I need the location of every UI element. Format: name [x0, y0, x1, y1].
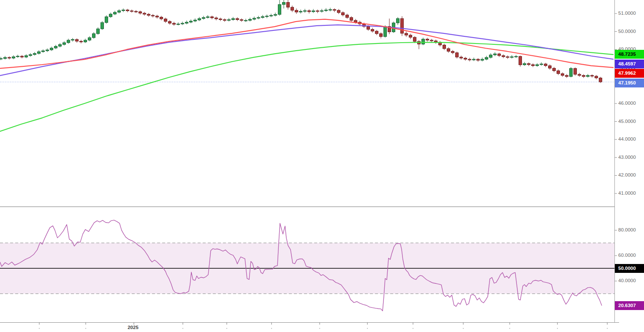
- candle-body: [354, 20, 357, 22]
- candle-body: [198, 19, 201, 20]
- candle-body: [139, 12, 142, 13]
- candle-body: [257, 17, 260, 18]
- oscillator-panel[interactable]: [0, 220, 614, 311]
- candle-body: [84, 40, 87, 42]
- candle-body: [456, 53, 459, 57]
- ma-medium-price-tag: 48.4597: [615, 60, 644, 68]
- candle-body: [33, 54, 36, 55]
- candle-body: [283, 3, 285, 5]
- candle-body: [185, 22, 188, 23]
- oscillator-value-tag: 20.6307: [615, 301, 644, 310]
- candle-body: [168, 22, 171, 23]
- candle-body: [506, 57, 509, 57]
- candle-body: [0, 59, 3, 59]
- candle-body: [164, 19, 167, 22]
- candle-body: [228, 19, 231, 20]
- candle-body: [591, 76, 594, 76]
- candle-body: [540, 64, 543, 65]
- candle-body: [502, 56, 505, 57]
- price-axis-label: 42.0000: [618, 172, 636, 177]
- candle-body: [156, 16, 159, 17]
- price-axis-label: 43.0000: [618, 155, 636, 160]
- oscillator-axis-label: 40.0000: [618, 278, 636, 283]
- candle-body: [190, 21, 193, 22]
- last-price-tag: 47.1950: [615, 79, 644, 87]
- candle-body: [126, 10, 129, 11]
- candle-body: [498, 54, 501, 55]
- candle-body: [380, 34, 383, 37]
- time-minor-label-dot: [509, 328, 510, 329]
- time-minor-label-dot: [182, 328, 183, 329]
- candle-body: [202, 17, 205, 19]
- candle-body: [316, 11, 319, 11]
- chart-canvas[interactable]: [0, 0, 644, 332]
- candle-body: [278, 5, 281, 14]
- price-axis-label: 44.0000: [618, 136, 636, 142]
- ma-slow-green-line: [0, 42, 613, 131]
- candle-body: [71, 39, 74, 40]
- candle-body: [105, 17, 108, 23]
- candle-body: [114, 12, 117, 14]
- candle-body: [63, 43, 66, 44]
- candle-body: [12, 57, 15, 58]
- candle-body: [519, 56, 522, 65]
- candle-body: [270, 15, 273, 16]
- candle-body: [152, 15, 155, 16]
- candle-body: [215, 18, 218, 19]
- candle-body: [8, 57, 11, 58]
- candle-body: [536, 65, 539, 66]
- candle-body: [147, 14, 150, 16]
- candle-body: [527, 63, 530, 65]
- candle-body: [25, 56, 28, 57]
- candle-body: [464, 58, 467, 60]
- candle-body: [515, 56, 518, 57]
- candle-body: [67, 40, 70, 43]
- candle-body: [219, 19, 222, 20]
- price-panel[interactable]: [0, 0, 614, 131]
- ma-medium-purple-line: [0, 25, 613, 76]
- time-minor-label-dot: [413, 328, 413, 329]
- candle-body: [460, 57, 463, 58]
- candle-body: [274, 14, 277, 15]
- candle-body: [532, 65, 535, 66]
- trading-chart: 51.000050.000049.000048.000047.000046.00…: [0, 0, 644, 332]
- time-minor-label-dot: [319, 328, 320, 329]
- candle-body: [481, 59, 484, 60]
- candle-body: [599, 78, 602, 82]
- candle-body: [261, 16, 264, 17]
- candle-body: [342, 13, 345, 15]
- candle-body: [304, 11, 307, 11]
- price-axis-label: 50.0000: [618, 29, 636, 34]
- candle-body: [236, 19, 239, 20]
- ma-slow-price-tag: 48.7235: [615, 50, 644, 59]
- candle-body: [451, 51, 454, 52]
- candle-body: [494, 54, 497, 55]
- candle-body: [109, 14, 112, 16]
- time-axis-year-label: 2025: [120, 325, 146, 330]
- candle-body: [443, 45, 446, 49]
- candle-body: [430, 40, 433, 41]
- candle-body: [426, 39, 429, 40]
- candle-body: [570, 68, 573, 76]
- candle-body: [16, 56, 19, 57]
- candle-body: [223, 19, 226, 20]
- candle-body: [549, 66, 552, 68]
- price-axis-label: 41.0000: [618, 190, 636, 196]
- oscillator-axis-label: 80.0000: [618, 227, 636, 232]
- candle-body: [135, 11, 138, 12]
- candle-body: [578, 74, 581, 76]
- candle-body: [346, 15, 349, 17]
- candle-body: [122, 10, 125, 11]
- candle-body: [38, 52, 41, 53]
- candle-body: [240, 19, 243, 20]
- candle-body: [118, 11, 121, 12]
- time-minor-label-dot: [39, 328, 40, 329]
- candle-body: [266, 16, 269, 16]
- candle-body: [211, 17, 214, 18]
- price-axis-label: 45.0000: [618, 119, 636, 124]
- ma-fast-price-tag: 47.9962: [615, 69, 644, 78]
- candle-body: [46, 50, 49, 51]
- candle-body: [232, 19, 235, 20]
- candle-body: [101, 22, 104, 29]
- candle-body: [523, 63, 526, 65]
